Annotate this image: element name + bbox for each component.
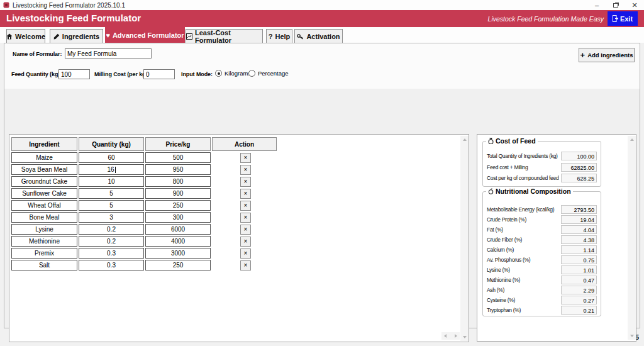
tab-label: Least-Cost Formulator xyxy=(195,29,262,44)
ingredient-cell[interactable]: Lysine xyxy=(11,224,77,235)
delete-row-button[interactable]: × xyxy=(240,260,251,271)
formula-name-input[interactable] xyxy=(65,48,152,59)
quantity-cell[interactable]: 5 xyxy=(79,200,144,211)
ingredient-cell[interactable]: Sunflower Cake xyxy=(11,188,77,199)
delete-row-button[interactable]: × xyxy=(240,189,251,199)
ingredients-table-panel: Ingredient Quantity (kg) Price/kg Action… xyxy=(9,134,469,342)
stat-row: Av. Phosphorus (%)0.75 xyxy=(483,255,601,264)
input-mode-label: Input Mode: xyxy=(181,71,213,77)
stat-row: Crude Fiber (%)4.38 xyxy=(483,235,601,244)
table-horizontal-scrollbar[interactable] xyxy=(441,332,460,340)
add-ingredients-button[interactable]: + Add Ingredients xyxy=(579,48,635,62)
delete-row-button[interactable]: × xyxy=(240,225,251,235)
quantity-cell-focused[interactable]: 16 xyxy=(79,164,144,175)
price-cell[interactable]: 500 xyxy=(145,152,211,163)
radio-percentage[interactable]: Percentage xyxy=(248,70,289,77)
tab-activation[interactable]: Activation xyxy=(294,29,343,43)
quantity-cell[interactable]: 3 xyxy=(79,212,144,223)
price-cell[interactable]: 950 xyxy=(145,164,211,175)
stat-value: 4.38 xyxy=(561,235,597,244)
delete-row-button[interactable]: × xyxy=(240,213,251,223)
table-vertical-scrollbar[interactable] xyxy=(460,136,469,341)
table-row: Premix 0.3 3000 × xyxy=(11,248,251,260)
scroll-right-icon[interactable] xyxy=(452,332,460,340)
delete-row-button[interactable]: × xyxy=(240,248,251,259)
price-cell[interactable]: 800 xyxy=(145,176,211,187)
scroll-down-icon[interactable] xyxy=(628,332,636,340)
tab-least-cost-formulator[interactable]: Least-Cost Formulator xyxy=(186,29,263,43)
quantity-cell[interactable]: 0.3 xyxy=(79,248,144,259)
results-vertical-scrollbar[interactable] xyxy=(628,136,636,340)
ingredient-cell[interactable]: Maize xyxy=(11,152,77,163)
ingredient-cell[interactable]: Wheat Offal xyxy=(11,200,77,211)
quantity-cell[interactable]: 60 xyxy=(79,152,144,163)
header-price[interactable]: Price/kg xyxy=(145,137,211,151)
scroll-left-icon[interactable] xyxy=(441,332,449,340)
delete-row-button[interactable]: × xyxy=(240,165,251,175)
price-cell[interactable]: 300 xyxy=(145,212,211,223)
stat-value: 0.27 xyxy=(561,296,597,304)
quantity-cell[interactable]: 0.2 xyxy=(79,236,144,247)
tab-advanced-formulator[interactable]: ♥ Advanced Formulator xyxy=(105,26,185,43)
table-row: Sunflower Cake 5 900 × xyxy=(11,188,251,200)
delete-row-button[interactable]: × xyxy=(240,177,251,187)
header-quantity[interactable]: Quantity (kg) xyxy=(79,137,144,151)
quantity-cell[interactable]: 5 xyxy=(79,188,144,199)
stat-row: Total Quantity of Ingredients (kg) 100.0… xyxy=(483,152,601,160)
scroll-up-icon[interactable] xyxy=(628,136,636,143)
stat-label: Ash (%) xyxy=(487,287,504,293)
stat-value: 2793.50 xyxy=(561,205,597,214)
formulator-heart-icon: ♥ xyxy=(106,31,110,39)
price-cell[interactable]: 3000 xyxy=(145,248,211,259)
stat-value: 2.29 xyxy=(561,286,597,294)
price-cell[interactable]: 250 xyxy=(145,260,211,271)
ingredient-cell[interactable]: Groundnut Cake xyxy=(11,176,77,187)
tab-welcome[interactable]: Welcome xyxy=(6,29,45,43)
close-button[interactable]: ✕ xyxy=(625,0,644,10)
quantity-cell[interactable]: 10 xyxy=(79,176,144,187)
close-icon: × xyxy=(244,179,248,185)
price-cell[interactable]: 250 xyxy=(145,200,211,211)
delete-row-button[interactable]: × xyxy=(240,201,251,211)
price-cell[interactable]: 6000 xyxy=(145,224,211,235)
table-header-row: Ingredient Quantity (kg) Price/kg Action xyxy=(11,137,277,151)
scroll-up-icon[interactable] xyxy=(460,136,469,143)
stat-row: Calcium (%)1.14 xyxy=(483,245,601,254)
ingredient-cell[interactable]: Bone Meal xyxy=(11,212,77,223)
app-title: Livestocking Feed Formulator xyxy=(6,13,141,23)
titlebar: Livestocking Feed Formulator 2025.10.1 –… xyxy=(0,0,644,10)
tab-ingredients[interactable]: Ingredients xyxy=(50,29,103,43)
price-cell[interactable]: 4000 xyxy=(145,236,211,247)
ingredient-cell[interactable]: Methionine xyxy=(11,236,77,247)
ingredient-cell[interactable]: Premix xyxy=(11,248,77,259)
ingredient-cell[interactable]: Salt xyxy=(11,260,77,271)
window-title: Livestocking Feed Formulator 2025.10.1 xyxy=(13,2,587,9)
ingredient-cell[interactable]: Soya Bean Meal xyxy=(11,164,77,175)
stat-value: 0.47 xyxy=(561,276,597,284)
delete-row-button[interactable]: × xyxy=(240,153,251,163)
scroll-down-icon[interactable] xyxy=(460,333,469,341)
table-row: Soya Bean Meal 16 950 × xyxy=(11,164,251,176)
header-action[interactable]: Action xyxy=(212,137,277,151)
feed-quantity-input[interactable] xyxy=(58,69,90,79)
minimize-button[interactable]: – xyxy=(587,0,606,10)
stat-row: Fat (%)4.04 xyxy=(483,225,601,234)
milling-cost-input[interactable] xyxy=(143,69,175,79)
maximize-button[interactable] xyxy=(606,0,625,10)
results-panel: Cost of Feed Total Quantity of Ingredien… xyxy=(477,134,636,342)
quantity-cell[interactable]: 0.3 xyxy=(79,260,144,271)
quantity-cell[interactable]: 0.2 xyxy=(79,224,144,235)
delete-row-button[interactable]: × xyxy=(240,237,251,247)
radio-kilograms[interactable]: Kilograms xyxy=(215,70,251,77)
exit-icon xyxy=(613,15,618,22)
table-row: Maize 60 500 × xyxy=(11,152,251,164)
tab-help[interactable]: ? Help xyxy=(266,29,292,43)
radio-unselected-icon xyxy=(248,70,255,77)
pencil-icon xyxy=(53,33,60,40)
stat-label: Cost per kg of compounded feed xyxy=(487,175,558,181)
price-cell[interactable]: 900 xyxy=(145,188,211,199)
stat-label: Crude Protein (%) xyxy=(487,216,526,223)
header-ingredient[interactable]: Ingredient xyxy=(11,137,77,151)
exit-button[interactable]: Exit xyxy=(608,11,638,26)
app-tagline: Livestock Feed Formulation Made Easy xyxy=(488,15,604,23)
